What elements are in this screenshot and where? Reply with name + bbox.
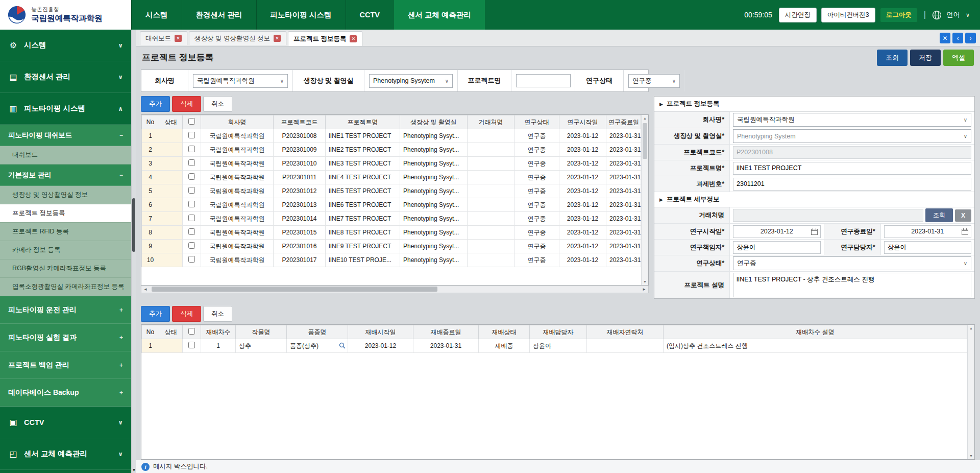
search-button[interactable]: 조회 <box>877 50 908 66</box>
start-date-input[interactable]: 2023-01-12 <box>733 225 821 238</box>
scrollbar-thumb[interactable] <box>643 123 647 159</box>
grid-vertical-scrollbar[interactable]: ▲▼ <box>641 115 648 285</box>
sidebar-item[interactable]: 카메라 정보 등록 <box>0 241 131 259</box>
top-nav-item[interactable]: 시스템 <box>131 0 182 30</box>
table-row[interactable]: 3국립원예특작과학원P202301010lINE3 TEST PROJECTPh… <box>142 157 641 171</box>
select-all-checkbox[interactable] <box>188 328 195 335</box>
chevron-down-icon[interactable]: ∨ <box>966 12 970 18</box>
table-row[interactable]: 5국립원예특작과학원P202301012lINE5 TEST PROJECTPh… <box>142 184 641 198</box>
prev-tab-button[interactable]: ‹ <box>952 33 963 43</box>
detail-company-select[interactable]: 국립원예특작과학원∨ <box>733 113 971 127</box>
row-checkbox[interactable] <box>188 201 195 207</box>
table-row[interactable]: 8국립원예특작과학원P202301015lINE8 TEST PROJECTPh… <box>142 226 641 240</box>
row-checkbox[interactable] <box>188 242 195 249</box>
top-nav-item[interactable]: 피노타이핑 시스템 <box>256 0 346 30</box>
sidebar-item[interactable]: 피노타이핑 운전 관리+ <box>0 296 131 324</box>
next-tab-button[interactable]: › <box>965 33 976 43</box>
detail-project-name-input[interactable] <box>733 162 971 175</box>
close-icon[interactable]: ✕ <box>274 35 281 42</box>
row-checkbox[interactable] <box>188 256 195 263</box>
sidebar-item[interactable]: 프로젝트 RFID 등록 <box>0 223 131 241</box>
table-row[interactable]: 7국립원예특작과학원P202301014lINE7 TEST PROJECTPh… <box>142 212 641 226</box>
sidebar-item[interactable]: RGB촬영실 카메라좌표정보 등록 <box>0 259 131 278</box>
scroll-down-icon[interactable]: ▼ <box>643 280 647 283</box>
extend-time-button[interactable]: 시간연장 <box>779 8 817 22</box>
close-icon[interactable]: ✕ <box>175 35 182 42</box>
sidebar-item[interactable]: 피노타이핑 실험 결과+ <box>0 324 131 351</box>
sidebar-item[interactable]: 대쉬보드 <box>0 146 131 164</box>
sidebar-item[interactable]: 프로젝트 백업 관리+ <box>0 351 131 379</box>
row-checkbox[interactable] <box>188 132 195 138</box>
user-button[interactable]: 아이티컨버전3 <box>821 8 875 22</box>
client-search-button[interactable]: 조회 <box>925 208 953 222</box>
end-date-input[interactable]: 2023-01-31 <box>884 225 972 238</box>
sidebar-item[interactable]: ▥피노타이핑 시스템∧ <box>0 93 131 125</box>
sidebar-item[interactable]: 피노타이핑 대쉬보드− <box>0 125 131 146</box>
table-row[interactable]: 9국립원예특작과학원P202301016lINE9 TEST PROJECTPh… <box>142 240 641 253</box>
sidebar-item[interactable]: 프로젝트 정보등록 <box>0 204 131 223</box>
scrollbar-thumb[interactable] <box>132 198 135 252</box>
scroll-left-icon[interactable]: ◄ <box>141 287 150 292</box>
logout-button[interactable]: 로그아웃 <box>880 8 918 22</box>
language-label[interactable]: 언어 <box>946 10 960 19</box>
cancel-button[interactable]: 취소 <box>203 96 232 112</box>
sidebar-item[interactable]: ⚙시스템∨ <box>0 30 131 61</box>
table-row[interactable]: 6국립원예특작과학원P202301013lINE6 TEST PROJECTPh… <box>142 198 641 212</box>
sidebar-item[interactable]: ▣CCTV∨ <box>0 407 131 438</box>
table-row[interactable]: 2국립원예특작과학원P202301009lINE2 TEST PROJECTPh… <box>142 143 641 157</box>
sidebar-scrollbar[interactable]: ▼ <box>131 30 136 473</box>
scroll-down-icon[interactable]: ▼ <box>969 454 973 458</box>
tab[interactable]: 프로젝트 정보등록✕ <box>288 31 362 46</box>
row-checkbox[interactable] <box>188 187 195 194</box>
scroll-up-icon[interactable]: ▲ <box>969 326 973 330</box>
detail-state-select[interactable]: 연구중∨ <box>733 256 971 270</box>
tab[interactable]: 대쉬보드✕ <box>140 31 187 45</box>
table-row[interactable]: 1국립원예특작과학원P202301008lINE1 TEST PROJECTPh… <box>142 129 641 143</box>
sidebar-item[interactable]: 생장상 및 영상촬영실 정보 <box>0 186 131 204</box>
company-select[interactable]: 국립원예특작과학원∨ <box>193 74 288 88</box>
client-clear-button[interactable]: X <box>955 209 971 222</box>
project-name-input[interactable] <box>516 74 571 87</box>
close-icon[interactable]: ✕ <box>350 35 357 42</box>
top-nav-item[interactable]: 환경센서 관리 <box>182 0 256 30</box>
top-nav-item[interactable]: 센서 교체 예측관리 <box>394 0 485 30</box>
tab[interactable]: 생장상 및 영상촬영실 정보✕ <box>189 31 286 45</box>
sidebar-item[interactable]: ◰센서 교체 예측관리∨ <box>0 438 131 470</box>
cancel-button[interactable]: 취소 <box>203 306 232 322</box>
manager-input[interactable] <box>884 241 972 254</box>
row-checkbox[interactable] <box>188 173 195 180</box>
row-checkbox[interactable] <box>188 228 195 235</box>
delete-row-button[interactable]: 삭제 <box>172 306 201 322</box>
state-select[interactable]: 연구중∨ <box>628 74 680 88</box>
delete-row-button[interactable]: 삭제 <box>172 96 201 112</box>
row-checkbox[interactable] <box>188 159 195 166</box>
add-row-button[interactable]: 추가 <box>141 306 170 322</box>
sidebar-item[interactable]: ▤환경센서 관리∨ <box>0 61 131 93</box>
close-all-tabs-button[interactable]: ✕ <box>940 33 950 43</box>
row-checkbox[interactable] <box>188 146 195 152</box>
sidebar-item[interactable]: 기본정보 관리− <box>0 164 131 186</box>
row-checkbox[interactable] <box>188 342 195 348</box>
excel-export-button[interactable]: 엑셀 <box>943 50 974 66</box>
select-all-checkbox[interactable] <box>188 118 195 125</box>
pi-input[interactable] <box>733 241 821 254</box>
table-row[interactable]: 10국립원예특작과학원P202301017lINE10 TEST PROJE..… <box>142 253 641 267</box>
sidebar-item[interactable]: 엽록소형광촬영실 카메라좌표정보 등록 <box>0 278 131 296</box>
scroll-down-icon[interactable]: ▼ <box>132 468 136 472</box>
top-nav-item[interactable]: CCTV <box>346 0 394 30</box>
globe-icon[interactable] <box>932 10 942 20</box>
add-row-button[interactable]: 추가 <box>141 96 170 112</box>
task-number-input[interactable] <box>733 178 971 191</box>
table-row[interactable]: 4국립원예특작과학원P202301011lINE4 TEST PROJECTPh… <box>142 171 641 184</box>
sidebar-item[interactable]: 데이타베이스 Backup+ <box>0 379 131 407</box>
scroll-right-icon[interactable]: ► <box>640 287 648 292</box>
detail-room-select[interactable]: Phenotyping System∨ <box>733 129 971 143</box>
table-row[interactable]: 11상추품종(상추)2023-01-122023-01-31재배중장윤아(임시)… <box>142 339 967 353</box>
scroll-up-icon[interactable]: ▲ <box>643 116 647 120</box>
grid-vertical-scrollbar[interactable]: ▲▼ <box>967 325 974 459</box>
project-description-textarea[interactable]: lINE1 TEST PROJECT - 상추 건조스트레스 진행 <box>733 273 971 297</box>
grid-horizontal-scrollbar[interactable]: ◄ ► <box>141 286 649 293</box>
search-icon[interactable] <box>339 342 346 349</box>
save-button[interactable]: 저장 <box>910 50 941 66</box>
scrollbar-thumb[interactable] <box>152 287 437 292</box>
